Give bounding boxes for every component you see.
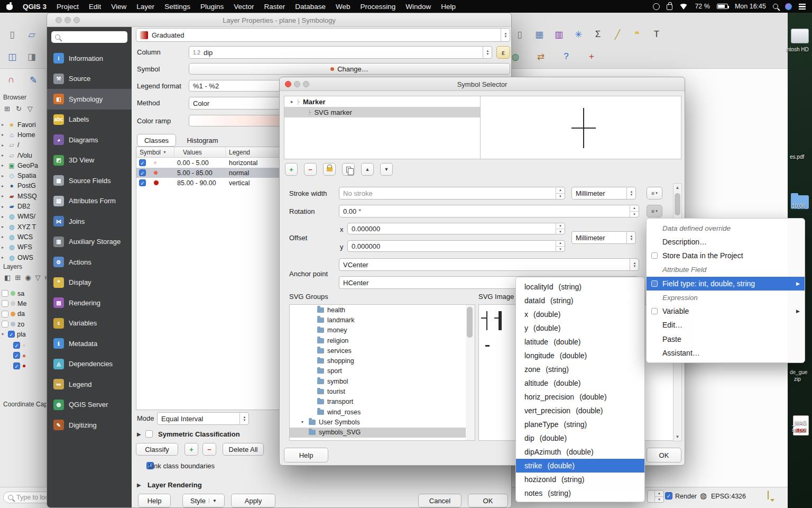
scrollbar-thumb[interactable] xyxy=(675,193,680,215)
field-menu-item[interactable]: horiz_precision (double) xyxy=(516,390,644,404)
offset-x-input[interactable]: 0.000000 ▲▼ xyxy=(347,223,565,234)
stepper[interactable]: ▲▼ xyxy=(556,187,565,199)
expand-arrow-icon[interactable]: ▸ xyxy=(2,174,6,178)
disclosure-arrow-icon[interactable]: ▶ xyxy=(137,482,141,488)
symbol-layer-svg-marker[interactable]: ├ SVG marker xyxy=(284,107,480,117)
browser-item[interactable]: ▸ ◍ XYZ T xyxy=(0,222,47,232)
menubar-item[interactable]: Settings xyxy=(164,3,190,11)
svg-group-item[interactable]: ▾ religion xyxy=(290,335,475,346)
svg-group-item[interactable]: ▾ wind_roses xyxy=(290,407,475,417)
expand-arrow-icon[interactable]: ▸ xyxy=(2,153,6,158)
svg-group-item[interactable]: ▾ landmark xyxy=(290,315,475,325)
layer-item[interactable]: ▾ zo xyxy=(0,319,47,329)
statistics-icon[interactable]: Σ xyxy=(590,26,606,42)
expand-arrow-icon[interactable]: ▸ xyxy=(2,163,6,168)
menu-checkbox[interactable] xyxy=(651,252,658,259)
sidebar-item[interactable]: ❝ Display xyxy=(47,273,132,293)
expand-arrow-icon[interactable]: ▸ xyxy=(2,245,6,250)
stroke-data-defined-button[interactable]: ≡▾ xyxy=(647,187,662,199)
scrollbar-thumb[interactable] xyxy=(467,307,473,338)
apple-menu-icon[interactable] xyxy=(6,3,13,10)
context-menu-item[interactable]: Expression ▶ xyxy=(647,291,805,304)
rotation-spinner[interactable]: ▲▼ xyxy=(647,490,664,503)
desktop-label[interactable]: ntosh HD xyxy=(787,47,809,52)
class-checkbox[interactable] xyxy=(139,179,146,186)
menubar-item[interactable]: Window xyxy=(405,3,431,11)
svg-group-item[interactable]: ▾ health xyxy=(290,305,475,315)
scroll-up-icon[interactable]: ▲ xyxy=(676,185,680,190)
browser-item[interactable]: ▸ ▰ MSSQ xyxy=(0,191,47,201)
stepper[interactable]: ▲▼ xyxy=(556,240,565,252)
expand-arrow-icon[interactable]: ▸ xyxy=(291,99,293,104)
stepper[interactable]: ▲▼ xyxy=(556,223,565,234)
open-project-icon[interactable]: ▱ xyxy=(24,26,40,42)
class-visibility-checkbox[interactable] xyxy=(13,362,20,369)
offline-editing-icon[interactable]: ⇄ xyxy=(533,49,549,65)
class-checkbox[interactable] xyxy=(139,169,146,176)
menubar-item[interactable]: Database xyxy=(295,3,326,11)
scroll-down-icon[interactable]: ▼ xyxy=(676,434,680,439)
app-menu[interactable]: QGIS 3 xyxy=(23,3,47,11)
rotation-data-defined-button[interactable]: ≡▾ xyxy=(647,205,662,217)
field-menu-item[interactable]: y (double) xyxy=(516,321,644,335)
layer-item[interactable]: ▾ da xyxy=(0,309,47,319)
add-group-icon[interactable]: ⊞ xyxy=(15,274,21,282)
desktop-label[interactable]: zip xyxy=(794,376,801,382)
expand-arrow-icon[interactable]: ▸ xyxy=(2,224,6,229)
desktop-label[interactable]: es.pdf xyxy=(790,154,804,160)
sidebar-item[interactable]: abc Labels xyxy=(47,110,132,130)
move-up-button[interactable]: ▲ xyxy=(361,163,374,176)
sidebar-item[interactable]: ⚒ Source xyxy=(47,69,132,89)
layer-class-item[interactable]: ● xyxy=(12,361,47,371)
svg-group-item[interactable]: ▾ sport xyxy=(290,366,475,376)
menubar-item[interactable]: Layer xyxy=(136,3,154,11)
context-menu-item[interactable]: Description… ▶ xyxy=(647,235,805,249)
context-menu-item[interactable]: Assistant… ▶ xyxy=(647,346,805,360)
sidebar-item[interactable]: ◕ Diagrams xyxy=(47,130,132,150)
sidebar-item[interactable]: ◬ Dependencies xyxy=(47,354,132,375)
symbol-selector-titlebar[interactable]: Symbol Selector xyxy=(280,77,685,91)
help-button[interactable]: Help xyxy=(138,494,171,507)
style-button[interactable]: Style▼ xyxy=(182,494,225,507)
field-menu-item[interactable]: altitude (double) xyxy=(516,376,644,390)
context-menu-item[interactable]: Store Data in the Project ▶ xyxy=(647,249,805,262)
sidebar-item[interactable]: ε Variables xyxy=(47,313,132,334)
column-header-values[interactable]: Values xyxy=(174,147,226,157)
offset-unit-combo[interactable]: Millimeter ▲▼ xyxy=(571,231,636,244)
properties-search-input[interactable] xyxy=(51,31,127,43)
sidebar-item[interactable]: ▥ Auxiliary Storage xyxy=(47,232,132,252)
class-visibility-checkbox[interactable] xyxy=(13,352,20,359)
layer-visibility-checkbox[interactable] xyxy=(2,290,8,297)
context-menu-item[interactable]: Paste ▶ xyxy=(647,332,805,346)
help-button[interactable]: Help xyxy=(284,448,328,462)
stroke-width-input[interactable]: No stroke ▲▼ xyxy=(339,187,565,199)
menubar-item[interactable]: Edit xyxy=(89,3,101,11)
datasource-manager-icon[interactable]: ◫ xyxy=(4,49,20,65)
browser-item[interactable]: ▸ ● PostG xyxy=(0,181,47,191)
menu-checkbox[interactable] xyxy=(651,308,658,314)
context-menu-item[interactable]: Field type: int, double, string ▶ xyxy=(647,277,805,291)
app-store-icon[interactable] xyxy=(667,4,672,10)
lock-button[interactable] xyxy=(323,163,336,176)
sidebar-item[interactable]: ◧ Symbology xyxy=(47,89,132,110)
layer-item[interactable]: ▾ Me xyxy=(0,298,47,309)
expand-arrow-icon[interactable]: ▸ xyxy=(2,255,6,260)
new-project-icon[interactable]: ▯ xyxy=(4,26,20,42)
histogram-icon[interactable]: ▥ xyxy=(551,26,567,42)
field-menu-item[interactable]: strike (double) xyxy=(516,459,644,473)
help-icon[interactable]: ? xyxy=(558,49,574,65)
groups-scrollbar[interactable] xyxy=(466,305,475,440)
symmetric-checkbox[interactable] xyxy=(145,430,153,438)
menubar-item[interactable]: Raster xyxy=(264,3,285,11)
sidebar-item[interactable]: ℹ Metadata xyxy=(47,333,132,354)
processing-toolbox-icon[interactable]: ✳ xyxy=(570,26,586,42)
expand-arrow-icon[interactable]: ▸ xyxy=(2,234,6,239)
sidebar-item[interactable]: ⚙ Actions xyxy=(47,252,132,273)
desktop-drive-icon[interactable] xyxy=(791,29,809,43)
field-menu-item[interactable]: notes (string) xyxy=(516,486,644,500)
layer-visibility-checkbox[interactable] xyxy=(2,311,8,318)
field-menu-item[interactable]: vert_precision (double) xyxy=(516,404,644,418)
attribute-table-icon[interactable]: ▦ xyxy=(531,26,547,42)
expand-arrow-icon[interactable]: ▸ xyxy=(2,122,6,127)
field-menu-item[interactable]: zone (string) xyxy=(516,362,644,376)
